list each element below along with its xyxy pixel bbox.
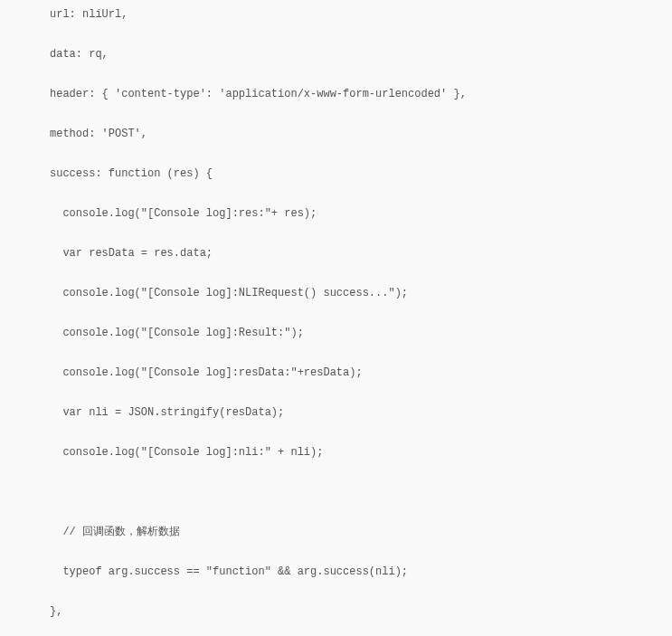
- code-line: success: function (res) {: [50, 164, 672, 184]
- code-line: console.log("[Console log]:NLIRequest() …: [50, 283, 672, 303]
- code-line: [50, 582, 672, 602]
- code-line: [50, 383, 672, 403]
- code-line: [50, 263, 672, 283]
- code-line: },: [50, 602, 672, 622]
- code-line: console.log("[Console log]:nli:" + nli);: [50, 442, 672, 462]
- code-line: [50, 24, 672, 44]
- code-line: [50, 622, 672, 636]
- code-line: [50, 144, 672, 164]
- code-line: [50, 104, 672, 124]
- code-line: [50, 422, 672, 442]
- code-line: [50, 462, 672, 482]
- code-line: console.log("[Console log]:resData:"+res…: [50, 363, 672, 383]
- code-line: [50, 502, 672, 522]
- code-line: typeof arg.success == "function" && arg.…: [50, 562, 672, 582]
- code-line: [50, 482, 672, 502]
- code-line: var nli = JSON.stringify(resData);: [50, 403, 672, 422]
- code-line: [50, 542, 672, 562]
- code-line: [50, 223, 672, 243]
- code-line: [50, 64, 672, 84]
- code-line: [50, 343, 672, 363]
- code-line: [50, 303, 672, 323]
- code-line: url: nliUrl,: [50, 5, 672, 24]
- code-line: var resData = res.data;: [50, 243, 672, 263]
- code-line: [50, 184, 672, 204]
- code-block: url: nliUrl, data: rq, header: { 'conten…: [0, 0, 672, 636]
- code-line: console.log("[Console log]:res:"+ res);: [50, 204, 672, 223]
- code-line: console.log("[Console log]:Result:");: [50, 323, 672, 343]
- code-line: method: 'POST',: [50, 124, 672, 144]
- code-line: // 回调函数，解析数据: [50, 522, 672, 542]
- code-line: data: rq,: [50, 44, 672, 64]
- code-line: header: { 'content-type': 'application/x…: [50, 84, 672, 104]
